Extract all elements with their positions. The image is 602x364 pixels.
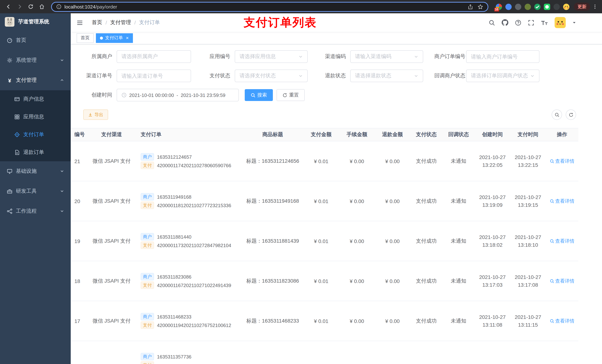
- view-detail-link[interactable]: 查看详情: [546, 158, 578, 165]
- view-detail-link[interactable]: 查看详情: [546, 238, 578, 244]
- sidebar: 芋道管理系统 首页 系统管理 ¥ 支付管理: [0, 13, 71, 364]
- table-row: 17 微信 JSAPI 支付 商户1635311468233 支付4200001…: [71, 301, 578, 341]
- chevron-down-icon: [60, 208, 64, 214]
- search-icon[interactable]: [489, 20, 495, 26]
- page-title: 支付订单列表: [244, 15, 317, 30]
- share-icon[interactable]: [468, 4, 473, 10]
- browser-toolbar: localhost:1024/pay/order 10: [0, 0, 602, 13]
- tab-home[interactable]: 首页: [77, 33, 94, 43]
- search-icon: [554, 112, 559, 117]
- refresh-table-button[interactable]: [566, 110, 576, 120]
- merchant-tag: 商户: [141, 273, 154, 281]
- pay-status-label: 支付状态: [202, 73, 235, 79]
- target-icon: [14, 132, 20, 138]
- extension-dark-icon[interactable]: [553, 3, 560, 10]
- fullscreen-icon[interactable]: [528, 20, 534, 26]
- refresh-icon: [569, 112, 573, 117]
- pay-tag: 支付: [141, 162, 154, 169]
- browser-back-button[interactable]: [4, 2, 13, 11]
- extension-pikachu-icon[interactable]: [563, 3, 570, 10]
- create-time-range-picker[interactable]: 2021-10-01 00:00:00 - 2021-10-31 23:59:5…: [117, 89, 239, 101]
- view-detail-link[interactable]: 查看详情: [546, 278, 578, 284]
- table-header: 编号 支付渠道 支付订单 商品标题 支付金额 手续金额 退款金额 支付状态 回调…: [71, 128, 578, 141]
- home-icon: [39, 4, 45, 10]
- chevron-down-icon: [60, 188, 64, 194]
- toggle-search-button[interactable]: [552, 110, 562, 120]
- view-detail-link[interactable]: 查看详情: [546, 198, 578, 204]
- github-icon[interactable]: [502, 19, 508, 26]
- hamburger-icon: [77, 20, 83, 26]
- user-avatar[interactable]: [555, 17, 566, 28]
- download-icon: [88, 113, 93, 117]
- document-icon: [14, 149, 20, 155]
- browser-update-button[interactable]: 更新: [574, 3, 590, 11]
- back-icon: [6, 4, 11, 10]
- extension-olive-icon[interactable]: [525, 3, 531, 10]
- sidebar-item-payment[interactable]: ¥ 支付管理: [0, 70, 71, 90]
- tags-view-bar: 首页 支付订单 ×: [71, 32, 602, 44]
- tab-pay-order[interactable]: 支付订单 ×: [96, 33, 133, 43]
- close-tab-icon[interactable]: ×: [126, 35, 129, 40]
- extension-blue-icon[interactable]: [505, 3, 512, 10]
- sidebar-item-pay-order[interactable]: 支付订单: [0, 126, 71, 144]
- channel-code-label: 渠道编码: [319, 53, 350, 60]
- sidebar-item-home[interactable]: 首页: [0, 30, 71, 50]
- merchant-select[interactable]: 请选择所属商户: [117, 50, 191, 63]
- reset-button[interactable]: 重置: [277, 89, 305, 101]
- app-no-select[interactable]: 请选择应用信息: [235, 50, 308, 63]
- screen: localhost:1024/pay/order 10: [0, 0, 602, 364]
- sidebar-item-merchant-info[interactable]: 商户信息: [0, 90, 71, 108]
- sidebar-submenu-payment: 商户信息 应用信息 支付订单 退款订单: [0, 90, 71, 161]
- breadcrumb-home[interactable]: 首页: [92, 19, 102, 26]
- gear-icon: [7, 57, 13, 63]
- pay-status-select[interactable]: 请选择支付状态: [235, 70, 308, 82]
- filter-form: 所属商户 请选择所属商户 应用编号 请选择应用信息 渠道编码 请输入渠道编码: [71, 44, 602, 106]
- breadcrumb-payment[interactable]: 支付管理: [110, 19, 131, 26]
- channel-order-no-input[interactable]: [117, 70, 191, 82]
- font-size-icon[interactable]: [541, 20, 548, 26]
- table-row: 21 微信 JSAPI 支付 商户1635312124657 支付4200001…: [71, 141, 578, 181]
- search-icon: [251, 93, 256, 97]
- sidebar-item-app-info[interactable]: 应用信息: [0, 108, 71, 126]
- sidebar-item-workflow[interactable]: 工作流程: [0, 201, 71, 221]
- sidebar-item-system[interactable]: 系统管理: [0, 50, 71, 70]
- extension-colorwheel-icon[interactable]: 10: [496, 3, 502, 10]
- chevron-down-icon: [60, 168, 64, 174]
- sidebar-item-dev-tools[interactable]: 研发工具: [0, 181, 71, 201]
- app-logo[interactable]: 芋道管理系统: [0, 13, 71, 30]
- browser-home-button[interactable]: [37, 2, 47, 11]
- extension-gray-icon[interactable]: [515, 3, 521, 10]
- table-settings: [552, 110, 576, 120]
- top-navbar: 首页 / 支付管理 / 支付订单 支付订单列表: [71, 13, 602, 32]
- extension-check-icon[interactable]: [534, 3, 540, 10]
- sidebar-item-infrastructure[interactable]: 基础设施: [0, 161, 71, 181]
- main-content: 首页 / 支付管理 / 支付订单 支付订单列表: [71, 13, 602, 364]
- workflow-icon: [7, 208, 13, 214]
- channel-code-select[interactable]: 请输入渠道编码: [350, 50, 423, 63]
- browser-forward-button[interactable]: [15, 2, 24, 11]
- pay-order-table: 编号 支付渠道 支付订单 商品标题 支付金额 手续金额 退款金额 支付状态 回调…: [71, 128, 578, 364]
- merchant-tag: 商户: [141, 313, 154, 320]
- view-detail-link[interactable]: 查看详情: [546, 318, 578, 324]
- address-bar[interactable]: localhost:1024/pay/order: [51, 2, 488, 12]
- help-icon[interactable]: [515, 20, 521, 26]
- refund-status-select[interactable]: 请选择退款状态: [350, 70, 423, 82]
- table-row: 19 微信 JSAPI 支付 商户1635311881440 支付4200001…: [71, 221, 578, 261]
- extension-chat-icon[interactable]: [544, 3, 550, 10]
- export-button[interactable]: 导出: [83, 110, 108, 120]
- bookmark-star-icon[interactable]: [478, 4, 483, 10]
- callback-status-select[interactable]: 请选择订单回调商户状态: [466, 70, 539, 82]
- kebab-icon: [592, 4, 598, 10]
- refresh-icon: [282, 93, 287, 97]
- sidebar-toggle-button[interactable]: [77, 20, 83, 26]
- pay-tag: 支付: [141, 241, 154, 249]
- merchant-order-no-label: 商户订单编号: [434, 53, 466, 60]
- search-icon: [550, 159, 554, 163]
- browser-reload-button[interactable]: [26, 2, 35, 11]
- sidebar-item-refund-order[interactable]: 退款订单: [0, 144, 71, 161]
- table-row-partial: 商户1635311357736 支付: [71, 341, 578, 364]
- search-button[interactable]: 搜索: [245, 89, 273, 101]
- browser-menu-button[interactable]: [592, 4, 598, 10]
- avatar-caret-icon[interactable]: [572, 19, 576, 26]
- merchant-order-no-input[interactable]: [466, 50, 539, 63]
